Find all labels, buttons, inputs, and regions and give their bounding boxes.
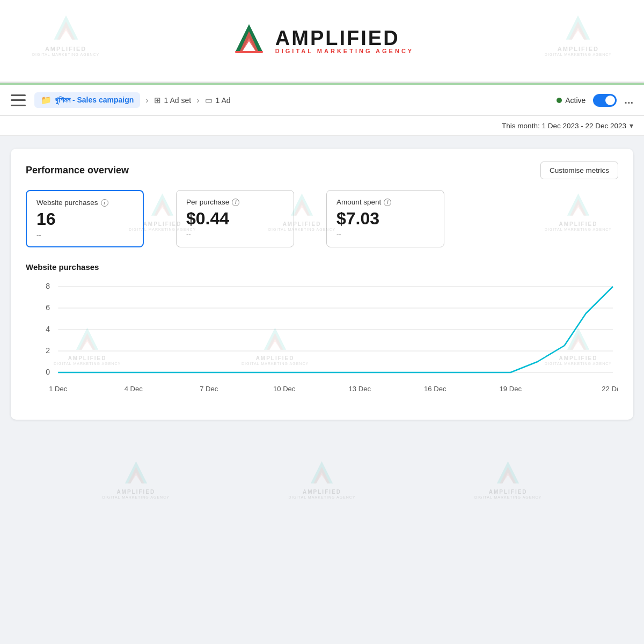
adset-grid-icon: ⊞	[154, 96, 161, 105]
metric-purchases-label: Website purchases i	[36, 199, 132, 207]
main-panel: AMPLIFIED DIGITAL MARKETING AGENCY AMPLI…	[0, 136, 644, 433]
svg-marker-40	[314, 467, 330, 484]
logo-subtitle: DIGITAL MARKETING AGENCY	[275, 48, 414, 54]
customise-metrics-button[interactable]: Customise metrics	[540, 162, 618, 179]
purchases-info-icon: i	[101, 199, 108, 207]
svg-text:4: 4	[46, 325, 50, 333]
svg-marker-3	[569, 21, 587, 40]
svg-marker-0	[54, 16, 78, 40]
ad-icon: ▭	[205, 96, 213, 105]
svg-text:4 Dec: 4 Dec	[125, 385, 143, 393]
date-selector[interactable]: This month: 1 Dec 2023 - 22 Dec 2023 ▾	[502, 121, 633, 130]
svg-text:22 Dec: 22 Dec	[602, 385, 618, 393]
metrics-row: Website purchases i 16 -- Per purchase i…	[26, 190, 618, 247]
svg-text:0: 0	[46, 368, 50, 376]
per-purchase-info-icon: i	[232, 199, 239, 206]
metric-amount-spent[interactable]: Amount spent i $7.03 --	[326, 190, 444, 247]
svg-text:19 Dec: 19 Dec	[500, 385, 522, 393]
chart-title: Website purchases	[26, 262, 618, 272]
more-options-button[interactable]: ...	[624, 94, 633, 106]
svg-text:16 Dec: 16 Dec	[424, 385, 447, 393]
svg-marker-41	[497, 462, 519, 484]
ad-label: 1 Ad	[216, 96, 231, 105]
breadcrumb-sep-1: ›	[145, 96, 148, 105]
svg-marker-38	[128, 467, 144, 484]
perf-header: Performance overview Customise metrics	[26, 162, 618, 179]
nav-bar: 📁 খুশিমন - Sales campaign › ⊞ 1 Ad set ›…	[0, 83, 644, 116]
svg-text:1 Dec: 1 Dec	[49, 385, 68, 393]
metric-amount-compare: --	[336, 230, 433, 238]
metric-per-purchase-compare: --	[186, 230, 283, 238]
svg-marker-1	[57, 21, 75, 40]
breadcrumb-sep-2: ›	[196, 96, 199, 105]
header-section: AMPLIFIED DIGITAL MARKETING AGENCY AMPLI…	[0, 0, 644, 83]
svg-text:2: 2	[46, 346, 50, 355]
sidebar-toggle-button[interactable]	[11, 94, 26, 106]
svg-marker-39	[311, 462, 333, 484]
svg-text:10 Dec: 10 Dec	[273, 385, 296, 393]
active-label: Active	[565, 96, 586, 105]
metric-per-purchase-value: $0.44	[186, 209, 283, 228]
campaign-label: খুশিমন - Sales campaign	[55, 96, 134, 105]
metric-amount-label: Amount spent i	[336, 198, 433, 206]
amount-info-icon: i	[384, 199, 391, 206]
nav-right: Active ...	[557, 94, 633, 107]
svg-text:6: 6	[46, 303, 50, 312]
svg-marker-42	[500, 467, 516, 484]
metric-per-purchase[interactable]: Per purchase i $0.44 --	[176, 190, 294, 247]
performance-card: AMPLIFIED DIGITAL MARKETING AGENCY AMPLI…	[11, 149, 633, 420]
folder-icon: 📁	[41, 95, 52, 105]
breadcrumb-ad[interactable]: ▭ 1 Ad	[205, 96, 231, 105]
header-logo: AMPLIFIED DIGITAL MARKETING AGENCY	[230, 22, 414, 60]
svg-text:13 Dec: 13 Dec	[349, 385, 371, 393]
metric-website-purchases[interactable]: Website purchases i 16 --	[26, 190, 144, 247]
breadcrumb-campaign[interactable]: 📁 খুশিমন - Sales campaign	[34, 92, 140, 108]
svg-marker-37	[125, 462, 147, 484]
svg-text:8: 8	[46, 282, 50, 290]
adset-label: 1 Ad set	[164, 96, 192, 105]
metric-purchases-value: 16	[36, 210, 132, 229]
logo-title: AMPLIFIED	[275, 28, 414, 48]
active-badge: Active	[557, 96, 586, 105]
active-toggle[interactable]	[593, 94, 617, 107]
chart-container: 8 6 4 2 0 1 Dec 4 Dec 7 Dec 10 Dec 13 De…	[26, 281, 618, 405]
performance-title: Performance overview	[26, 165, 129, 176]
date-chevron-icon: ▾	[630, 121, 633, 130]
metric-per-purchase-label: Per purchase i	[186, 198, 283, 206]
date-bar: This month: 1 Dec 2023 - 22 Dec 2023 ▾	[0, 116, 644, 136]
breadcrumb-adset[interactable]: ⊞ 1 Ad set	[154, 96, 192, 105]
active-dot	[557, 98, 562, 103]
metric-purchases-compare: --	[36, 231, 132, 239]
metric-amount-value: $7.03	[336, 209, 433, 228]
nav-left: 📁 খুশিমন - Sales campaign › ⊞ 1 Ad set ›…	[11, 92, 231, 108]
svg-text:7 Dec: 7 Dec	[200, 385, 218, 393]
svg-marker-2	[566, 16, 590, 40]
chart-svg: 8 6 4 2 0 1 Dec 4 Dec 7 Dec 10 Dec 13 De…	[26, 281, 618, 405]
date-range-label: This month: 1 Dec 2023 - 22 Dec 2023	[502, 122, 626, 130]
